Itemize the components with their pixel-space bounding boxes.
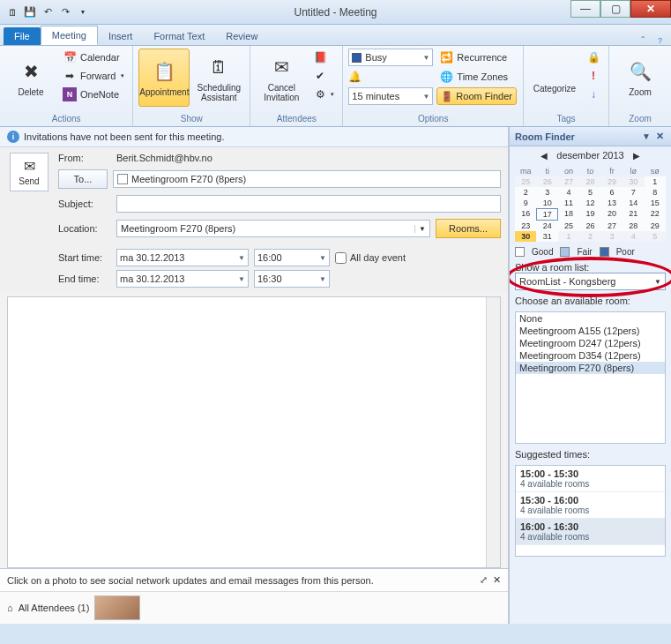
start-time-field[interactable]: 16:00▼: [254, 249, 330, 266]
calendar-day[interactable]: 21: [623, 208, 644, 221]
calendar-day[interactable]: 20: [601, 208, 623, 221]
timezones-button[interactable]: 🌐Time Zones: [436, 68, 511, 86]
reminder-combo[interactable]: 15 minutes▼: [348, 87, 433, 105]
calendar-day[interactable]: 12: [579, 198, 600, 208]
subject-field[interactable]: [116, 195, 501, 213]
calendar-day[interactable]: 2: [515, 187, 536, 198]
calendar-day[interactable]: 24: [536, 221, 557, 231]
check-names-button[interactable]: ✔: [310, 67, 337, 85]
zoom-button[interactable]: 🔍 Zoom: [615, 49, 666, 107]
calendar-day[interactable]: 17: [536, 208, 557, 221]
calendar-day[interactable]: 30: [515, 231, 536, 242]
calendar-day[interactable]: 23: [515, 221, 536, 231]
prev-month-icon[interactable]: ◀: [541, 151, 548, 161]
room-option[interactable]: Meetingroom D354 (12pers): [516, 349, 665, 362]
room-option[interactable]: Meetingroom A155 (12pers): [516, 325, 665, 337]
calendar-day[interactable]: 9: [515, 198, 536, 208]
start-date-field[interactable]: ma 30.12.2013▼: [116, 249, 249, 266]
tab-file[interactable]: File: [4, 27, 41, 45]
calendar-day[interactable]: 13: [601, 198, 623, 208]
next-month-icon[interactable]: ▶: [633, 151, 640, 161]
window-buttons: — ▢ ✕: [570, 0, 671, 18]
room-option[interactable]: Meetingroom F270 (8pers): [516, 362, 665, 374]
high-importance-button[interactable]: !: [584, 67, 603, 85]
appointment-icon: 📋: [151, 58, 177, 85]
close-button[interactable]: ✕: [630, 0, 671, 18]
suggested-times-list[interactable]: 15:00 - 15:304 available rooms15:30 - 16…: [515, 465, 666, 557]
scheduling-button[interactable]: 🗓 Scheduling Assistant: [193, 49, 244, 107]
minimize-button[interactable]: —: [570, 0, 600, 18]
expand-icon[interactable]: ⤢: [480, 574, 488, 586]
calendar-day[interactable]: 26: [579, 221, 600, 231]
start-date-value: ma 30.12.2013: [120, 252, 184, 263]
pin-icon[interactable]: ▼: [638, 131, 654, 141]
body-scrollbar[interactable]: [486, 297, 500, 567]
calendar-day[interactable]: 31: [536, 231, 557, 242]
attendee-photo[interactable]: [94, 595, 140, 620]
calendar-day[interactable]: 4: [558, 187, 579, 198]
end-date-field[interactable]: ma 30.12.2013▼: [116, 270, 249, 288]
calendar-day[interactable]: 29: [645, 221, 666, 231]
close-social-icon[interactable]: ✕: [493, 574, 501, 586]
maximize-button[interactable]: ▢: [600, 0, 630, 18]
message-body[interactable]: [7, 296, 501, 568]
to-button[interactable]: To...: [58, 169, 108, 189]
close-panel-icon[interactable]: ✕: [654, 131, 666, 142]
categorize-button[interactable]: Categorize: [529, 49, 580, 107]
show-as-combo[interactable]: Busy▼: [348, 49, 433, 66]
send-button[interactable]: ✉ Send: [10, 153, 48, 191]
available-rooms-list[interactable]: NoneMeetingroom A155 (12pers)Meetingroom…: [515, 311, 666, 444]
calendar-grid[interactable]: mationtofrløsø25262728293012345678910111…: [515, 166, 666, 242]
cancel-invitation-button[interactable]: ✉ Cancel Invitation: [256, 49, 307, 107]
calendar-button[interactable]: 📅Calendar: [60, 49, 127, 66]
appointment-button[interactable]: 📋 Appointment: [138, 49, 190, 107]
room-finder-toggle[interactable]: 🚪Room Finder: [436, 87, 517, 105]
end-time-field[interactable]: 16:30▼: [254, 270, 330, 288]
recurrence-button[interactable]: 🔁Recurrence: [436, 49, 518, 66]
onenote-icon: N: [63, 87, 77, 101]
response-options-button[interactable]: ⚙▾: [310, 86, 337, 103]
calendar-day[interactable]: 3: [536, 187, 557, 198]
poor-swatch: [600, 247, 609, 257]
calendar-day[interactable]: 11: [558, 198, 579, 208]
calendar-day[interactable]: 8: [645, 187, 666, 198]
time-slot[interactable]: 15:00 - 15:304 available rooms: [516, 466, 665, 492]
info-icon: i: [7, 131, 19, 143]
calendar-day[interactable]: 25: [558, 221, 579, 231]
calendar-day[interactable]: 14: [623, 198, 644, 208]
calendar-day[interactable]: 16: [515, 208, 536, 221]
delete-button[interactable]: ✖ Delete: [5, 49, 56, 107]
calendar-day[interactable]: 19: [579, 208, 600, 221]
tab-review[interactable]: Review: [215, 27, 268, 45]
calendar-day[interactable]: 6: [601, 187, 623, 198]
rooms-button[interactable]: Rooms...: [436, 219, 501, 238]
minimize-ribbon-icon[interactable]: ˆ: [641, 34, 645, 45]
help-icon[interactable]: ?: [658, 36, 662, 45]
onenote-button[interactable]: NOneNote: [60, 86, 127, 103]
calendar-day[interactable]: 5: [579, 187, 600, 198]
room-option[interactable]: None: [516, 312, 665, 325]
location-field[interactable]: Meetingroom F270 (8pers)▼: [116, 220, 430, 237]
low-importance-button[interactable]: ↓: [584, 86, 603, 103]
calendar-day[interactable]: 27: [601, 221, 623, 231]
private-button[interactable]: 🔒: [584, 49, 603, 66]
all-day-input[interactable]: [335, 252, 347, 264]
time-slot[interactable]: 15:30 - 16:004 available rooms: [516, 492, 665, 519]
all-day-checkbox[interactable]: All day event: [335, 252, 406, 264]
tab-format-text[interactable]: Format Text: [143, 27, 215, 45]
room-option[interactable]: Meetingroom D247 (12pers): [516, 337, 665, 349]
calendar-day[interactable]: 10: [536, 198, 557, 208]
calendar-day[interactable]: 7: [623, 187, 644, 198]
address-book-button[interactable]: 📕: [310, 49, 337, 66]
time-slot[interactable]: 16:00 - 16:304 available rooms: [516, 519, 665, 545]
tab-insert[interactable]: Insert: [98, 27, 144, 45]
forward-button[interactable]: ➡Forward▾: [60, 67, 127, 85]
room-list-dropdown[interactable]: RoomList - Kongsberg ▼: [515, 273, 666, 290]
calendar-day[interactable]: 18: [558, 208, 579, 221]
calendar-day[interactable]: 15: [645, 198, 666, 208]
calendar-day[interactable]: 22: [645, 208, 666, 221]
tab-meeting[interactable]: Meeting: [41, 26, 98, 45]
calendar-day[interactable]: 28: [623, 221, 644, 231]
to-field[interactable]: Meetingroom F270 (8pers): [113, 170, 501, 188]
calendar-day[interactable]: 1: [645, 176, 666, 187]
